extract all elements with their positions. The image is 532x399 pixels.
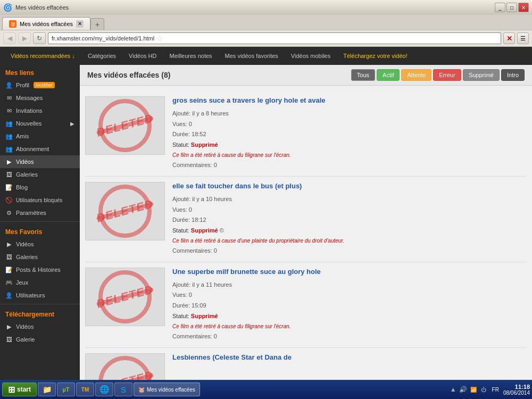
video-reason-2: Ce film a été retiré à cause d'une plain… <box>172 236 527 246</box>
posts-icon: 📝 <box>5 266 13 273</box>
taskbar-file-manager[interactable]: 📁 <box>38 383 56 396</box>
filter-actif-button[interactable]: Actif <box>377 69 400 81</box>
address-bar[interactable]: fr.xhamster.com/my_vids/deleted/1.html ☆ <box>48 32 501 44</box>
table-row: DELETED Lesbiennes (Celeste Star et Dana… <box>85 348 527 380</box>
active-tab[interactable]: 🐹 Mes vidéos effacées ✕ <box>2 17 90 30</box>
sidebar-item-utilisateurs-bloques[interactable]: 🚫 Utilisateurs bloqués <box>0 194 80 206</box>
nav-categories[interactable]: Catégories <box>81 47 122 65</box>
bookmark-star-icon[interactable]: ☆ <box>156 34 163 43</box>
sidebar-item-videos[interactable]: ▶ Vidéos <box>0 155 80 168</box>
table-row: DELETED elle se fait toucher dans le bus… <box>85 177 527 262</box>
jeux-icon: 🎮 <box>5 279 13 286</box>
sidebar-item-jeux[interactable]: 🎮 Jeux <box>0 276 80 289</box>
tray-arrow-icon[interactable]: ▲ <box>449 385 458 394</box>
filter-attente-button[interactable]: Attente <box>401 69 431 81</box>
taskbar-tray: ▲ 🔊 📶 ⏻ FR 11:18 08/06/2014 <box>449 384 530 396</box>
nav-mes-videos-favorites[interactable]: Mes vidéos favorites <box>219 47 285 65</box>
taskbar-tm[interactable]: TM <box>76 383 94 396</box>
forward-button[interactable]: ▶ <box>18 32 31 44</box>
messages-icon: ✉ <box>5 94 13 102</box>
sidebar-item-invitations[interactable]: ✉ Invitations <box>0 104 80 117</box>
sidebar-item-messages[interactable]: ✉ Messages <box>0 92 80 104</box>
stop-button[interactable]: ✕ <box>503 32 515 44</box>
video-info-4: Lesbiennes (Celeste Star et Dana de <box>172 353 527 380</box>
sidebar-item-parametres[interactable]: ⚙ Paramètres <box>0 206 80 219</box>
start-button[interactable]: ⊞ start <box>2 383 37 396</box>
filter-erreur-button[interactable]: Erreur <box>433 69 461 81</box>
sidebar-item-dl-galerie[interactable]: 🖼 Galerie <box>0 333 80 346</box>
table-row: DELETED Une superbe milf brunette suce a… <box>85 262 527 348</box>
sidebar-item-profil[interactable]: 👤 Profil Modifier <box>0 79 80 92</box>
fav-videos-icon: ▶ <box>5 240 13 248</box>
video-thumbnail-2[interactable]: DELETED <box>85 182 165 240</box>
filter-intro-button[interactable]: Intro <box>501 69 525 81</box>
nav-videos-recommandees[interactable]: Vidéos recommandées ↓ <box>4 47 81 65</box>
filter-supprime-button[interactable]: Supprimé <box>463 69 500 81</box>
video-comments-3: Commentaires: 0 <box>172 331 527 342</box>
sidebar-divider-2 <box>0 304 80 304</box>
tray-network-icon[interactable]: 📶 <box>469 385 478 394</box>
deleted-overlay-3: DELETED <box>86 268 164 326</box>
sidebar-divider-1 <box>0 221 80 222</box>
sidebar-item-nouvelles[interactable]: 👥 Nouvelles ▶ <box>0 117 80 130</box>
table-row: DELETED gros seins suce a travers le glo… <box>85 91 527 177</box>
sidebar-item-utilisateurs[interactable]: 👤 Utilisateurs <box>0 289 80 302</box>
filter-tous-button[interactable]: Tous <box>351 69 375 81</box>
video-reason-3: Ce film a été retiré à cause du filigran… <box>172 322 527 331</box>
video-thumbnail-1[interactable]: DELETED <box>85 96 165 155</box>
taskbar-chrome[interactable]: 🌐 <box>95 383 113 396</box>
deleted-overlay-1: DELETED <box>86 97 164 154</box>
title-bar: 🌀 Mes vidéos effacées _ □ ✕ <box>0 0 532 15</box>
title-bar-title: 🌀 Mes vidéos effacées <box>3 3 491 12</box>
browser-logo: 🌀 <box>3 3 12 12</box>
video-list: DELETED gros seins suce a travers le glo… <box>80 86 532 380</box>
video-status-3: Statut: Supprimé <box>172 311 527 322</box>
video-comments-2: Commentaires: 0 <box>172 246 527 256</box>
taskbar-skype[interactable]: S <box>114 383 132 396</box>
taskbar-window-title: Mes vidéos effacées <box>147 387 195 393</box>
sidebar-item-abonnement[interactable]: 👥 Abonnement <box>0 143 80 155</box>
sidebar-item-amis[interactable]: 👥 Amis <box>0 130 80 143</box>
sidebar-item-posts-histoires[interactable]: 📝 Posts & Histoires <box>0 263 80 276</box>
sidebar-item-blog[interactable]: 📝 Blog <box>0 181 80 194</box>
new-tab-button[interactable]: + <box>90 18 104 30</box>
video-duration-2: Durée: 18:12 <box>172 215 527 226</box>
refresh-button[interactable]: ↻ <box>33 32 46 44</box>
tray-speaker-icon[interactable]: 🔊 <box>459 385 468 394</box>
utorrent-icon: µT <box>61 384 71 395</box>
sidebar: Mes liens 👤 Profil Modifier ✉ Messages ✉… <box>0 65 80 380</box>
video-views-3: Vues: 0 <box>172 290 527 301</box>
browser-chrome: 🌀 Mes vidéos effacées _ □ ✕ 🐹 Mes vidéos… <box>0 0 532 47</box>
window-controls: _ □ ✕ <box>495 3 529 12</box>
video-title-1[interactable]: gros seins suce a travers le glory hole … <box>172 96 527 105</box>
sidebar-section-telechargement: Téléchargement <box>0 306 80 320</box>
sidebar-item-galeries[interactable]: 🖼 Galeries <box>0 168 80 181</box>
video-thumbnail-4[interactable]: DELETED <box>85 353 165 380</box>
dl-galerie-icon: 🖼 <box>5 336 13 343</box>
maximize-button[interactable]: □ <box>506 3 517 12</box>
nav-videos-mobiles[interactable]: Vidéos mobiles <box>285 47 337 65</box>
video-title-4[interactable]: Lesbiennes (Celeste Star et Dana de <box>172 353 527 362</box>
nav-videos-hd[interactable]: Vidéos HD <box>122 47 163 65</box>
tab-bar: 🐹 Mes vidéos effacées ✕ + <box>0 15 532 30</box>
minimize-button[interactable]: _ <box>495 3 505 12</box>
sidebar-item-dl-videos[interactable]: ▶ Vidéos <box>0 320 80 333</box>
nav-telechargez[interactable]: Téléchargez votre vidéo! <box>337 47 413 65</box>
video-title-3[interactable]: Une superbe milf brunette suce au glory … <box>172 268 527 277</box>
sidebar-item-favoris-videos[interactable]: ▶ Vidéos <box>0 238 80 251</box>
tab-close-button[interactable]: ✕ <box>76 20 84 28</box>
sidebar-item-favoris-galeries[interactable]: 🖼 Galeries <box>0 251 80 263</box>
taskbar-utorrent[interactable]: µT <box>57 383 75 396</box>
video-info-1: gros seins suce a travers le glory hole … <box>172 96 527 171</box>
invitations-icon: ✉ <box>5 107 13 114</box>
close-button[interactable]: ✕ <box>518 3 529 12</box>
video-title-2[interactable]: elle se fait toucher dans le bus (et plu… <box>172 182 527 191</box>
clock-date: 08/06/2014 <box>503 390 530 396</box>
taskbar: ⊞ start 📁 µT TM 🌐 S 🐹 Mes vidéos effacée… <box>0 380 532 399</box>
nav-meilleures-notes[interactable]: Meilleures notes <box>163 47 218 65</box>
back-button[interactable]: ◀ <box>3 32 16 44</box>
tab-favicon: 🐹 <box>9 20 16 28</box>
video-thumbnail-3[interactable]: DELETED <box>85 268 165 326</box>
menu-button[interactable]: ☰ <box>517 32 529 44</box>
taskbar-active-window[interactable]: 🐹 Mes vidéos effacées <box>134 383 200 396</box>
